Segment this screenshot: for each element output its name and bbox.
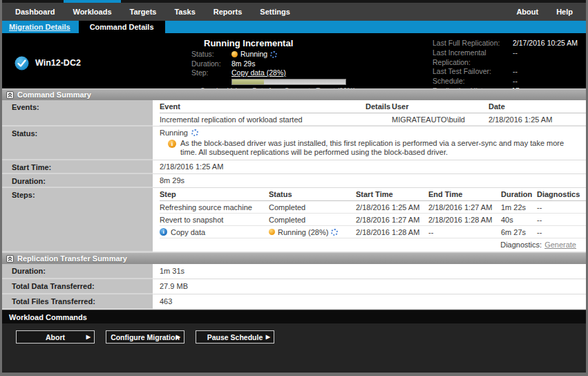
info-icon[interactable]: i [160, 228, 167, 236]
total-data-value: 27.9 MB [153, 279, 586, 294]
last-incremental-replication-label: Last Incremental Replication: [433, 48, 513, 68]
step-start: 2/18/2016 1:25 AM [356, 203, 428, 212]
pause-schedule-button[interactable]: Pause Schedule ▶ [196, 330, 274, 344]
events-row: Events: Event Details User Date Incremen… [2, 100, 586, 126]
collapse-chevrons-icon[interactable] [6, 91, 14, 99]
status-value: Running [240, 50, 267, 59]
nav-item-settings[interactable]: Settings [251, 3, 298, 21]
status-row: Status: Running i As the block-based dri… [2, 126, 586, 160]
event-date: 2/18/2016 1:25 AM [489, 115, 586, 124]
workload-identity: Win12-DC2 [10, 37, 191, 88]
steps-col-step: Step [160, 190, 269, 198]
workload-commands-header: Workload Commands [2, 310, 586, 323]
nav-item-about[interactable]: About [507, 3, 547, 21]
configure-migration-button-label: Configure Migration [111, 333, 180, 341]
running-dot-icon [269, 229, 275, 235]
steps-table: Step Status Start Time End Time Duration… [153, 188, 586, 252]
step-end: -- [428, 228, 501, 236]
pause-schedule-button-label: Pause Schedule [207, 333, 263, 341]
step-start: 2/18/2016 1:28 AM [356, 228, 428, 236]
steps-col-duration: Duration [501, 190, 537, 198]
last-incremental-replication-value: -- [513, 48, 579, 68]
events-label: Events: [2, 100, 153, 126]
events-col-user: User [392, 102, 489, 111]
step-end: 2/18/2016 1:27 AM [428, 203, 501, 212]
duration-label: Duration: [191, 59, 231, 69]
transfer-summary-header: Replication Transfer Summary [2, 252, 586, 264]
event-table-row: Incremental replication of workload star… [160, 113, 586, 126]
tab-command-details[interactable]: Command Details [79, 21, 165, 33]
right-arrow-icon: ▶ [266, 335, 270, 340]
tab-migration-details[interactable]: Migration Details [2, 21, 79, 33]
start-time-label: Start Time: [2, 160, 153, 174]
events-table: Event Details User Date Incremental repl… [153, 100, 586, 126]
app-window: Dashboard Workloads Targets Tasks Report… [0, 0, 588, 376]
footer-empty-area [2, 344, 586, 373]
nav-item-help[interactable]: Help [547, 3, 582, 21]
steps-row: Steps: Step Status Start Time End Time D… [2, 188, 586, 252]
steps-col-start: Start Time [356, 190, 428, 198]
event-name: Incremental replication of workload star… [160, 115, 366, 124]
step-value-link[interactable]: Copy data (28%) [231, 68, 286, 78]
last-test-failover-label: Last Test Failover: [433, 67, 513, 77]
step-status: Running (28%) [278, 228, 328, 236]
duration-value: 8m 29s [231, 59, 255, 69]
step-duration: 6m 27s [501, 228, 537, 236]
workload-commands-bar: Abort ▶ Configure Migration ▶ Pause Sche… [2, 323, 586, 344]
nav-item-tasks[interactable]: Tasks [165, 3, 204, 21]
schedule-label: Schedule: [433, 77, 513, 86]
running-dot-icon [231, 51, 238, 57]
events-table-header: Event Details User Date [160, 100, 586, 113]
nav-item-workloads[interactable]: Workloads [64, 3, 120, 21]
configure-migration-button[interactable]: Configure Migration ▶ [106, 330, 184, 344]
step-table-row: Refreshing source machine Completed 2/18… [160, 201, 586, 214]
schedule-value: -- [513, 77, 579, 86]
command-status-panel: Running Incremental Status: Running Dura… [191, 37, 364, 88]
steps-col-status: Status [269, 190, 356, 198]
check-circle-icon [15, 56, 29, 70]
last-full-replication-label: Last Full Replication: [433, 39, 513, 48]
nav-item-reports[interactable]: Reports [205, 3, 252, 21]
events-col-date: Date [489, 102, 586, 111]
right-arrow-icon: ▶ [176, 335, 180, 340]
steps-col-diagnostics: Diagnostics [537, 190, 586, 198]
event-user: MIGRATEAUTO\build [392, 115, 489, 124]
command-summary-header: Command Summary [2, 88, 586, 100]
replication-summary-panel: Last Full Replication:2/17/2016 10:25 AM… [433, 37, 579, 88]
events-col-details: Details [366, 102, 392, 111]
diagnostics-line: Diagnostics: Generate [160, 238, 586, 250]
nav-item-targets[interactable]: Targets [121, 3, 166, 21]
command-summary-title: Command Summary [17, 91, 91, 99]
duration-row-label: Duration: [2, 174, 153, 188]
step-table-row: Revert to snapshot Completed 2/18/2016 1… [160, 214, 586, 226]
duration-row-value: 8m 29s [153, 174, 586, 188]
status-row-content: Running i As the block-based driver was … [153, 126, 586, 160]
nav-item-dashboard[interactable]: Dashboard [6, 3, 64, 21]
step-diagnostics: -- [537, 228, 586, 236]
collapse-chevrons-icon[interactable] [6, 255, 14, 263]
step-name: Copy data [171, 228, 205, 236]
step-duration: 40s [501, 216, 537, 224]
step-table-row: i Copy data Running (28%) 2/18/2016 1:28… [160, 226, 586, 238]
nav-spacer [299, 3, 508, 21]
diagnostics-generate-link[interactable]: Generate [544, 241, 576, 249]
start-time-value: 2/18/2016 1:25 AM [153, 160, 586, 174]
events-col-event: Event [160, 102, 366, 111]
step-label: Step: [191, 68, 231, 78]
total-data-row: Total Data Transferred: 27.9 MB [2, 279, 586, 294]
spinner-icon [331, 229, 338, 236]
step-diagnostics: -- [537, 216, 586, 224]
transfer-summary-title: Replication Transfer Summary [17, 254, 127, 263]
step-progress-fill [232, 79, 264, 84]
notice-icon: i [168, 140, 176, 148]
last-full-replication-value: 2/17/2016 10:25 AM [513, 39, 579, 48]
right-arrow-icon: ▶ [86, 335, 91, 340]
status-row-label: Status: [2, 126, 153, 160]
spinner-icon [270, 51, 277, 58]
step-end: 2/18/2016 1:28 AM [428, 216, 501, 224]
steps-col-end: End Time [428, 190, 501, 198]
step-name: Revert to snapshot [160, 216, 269, 224]
abort-button[interactable]: Abort ▶ [16, 330, 95, 344]
step-status: Completed [269, 203, 356, 212]
workload-header: Win12-DC2 Running Incremental Status: Ru… [2, 33, 586, 88]
